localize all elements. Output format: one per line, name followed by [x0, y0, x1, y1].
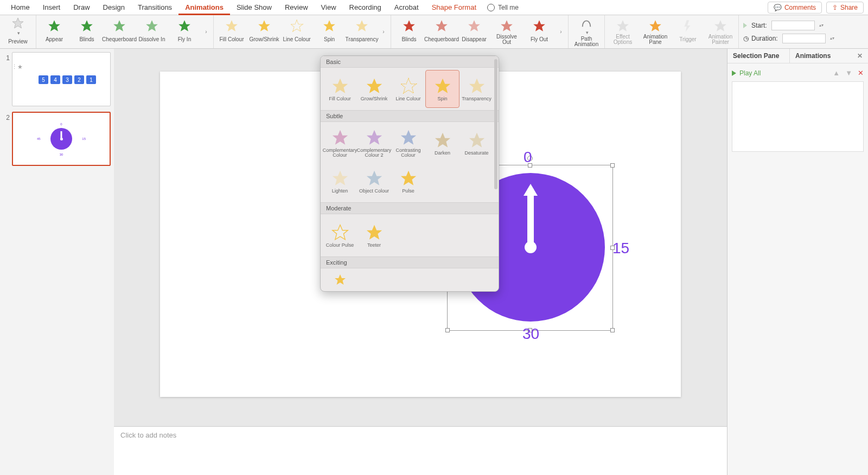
animation-painter-button[interactable]: Animation Painter: [706, 17, 735, 47]
tab-view[interactable]: View: [315, 0, 343, 15]
exit-dissolveout[interactable]: Dissolve Out: [492, 17, 521, 47]
star-icon: [80, 19, 94, 33]
play-all-button[interactable]: Play All: [739, 69, 761, 77]
move-up-button[interactable]: ▲: [833, 69, 840, 77]
gallery-item-spin[interactable]: Spin: [425, 70, 459, 108]
tab-animations[interactable]: Animations: [178, 0, 230, 15]
tell-me-search[interactable]: Tell me: [487, 4, 519, 11]
svg-marker-28: [435, 132, 450, 147]
resize-handle[interactable]: [610, 163, 615, 168]
duration-spinner[interactable]: ▴▾: [830, 37, 837, 40]
emphasis-growshrink[interactable]: Grow/Shrink: [250, 17, 279, 47]
gallery-item-darken[interactable]: Darken: [425, 124, 459, 162]
gallery-item-lighten[interactable]: Lighten: [323, 162, 357, 200]
tab-shapeformat[interactable]: Shape Format: [425, 0, 483, 15]
gallery-item-contrasting[interactable]: Contrasting Colour: [391, 124, 425, 162]
gallery-item-growshrink[interactable]: Grow/Shrink: [357, 70, 391, 108]
comments-button[interactable]: 💬 Comments: [768, 2, 822, 14]
slide-thumb-2[interactable]: 0 30 15 45: [12, 112, 111, 166]
star-icon: [290, 19, 304, 33]
svg-marker-14: [501, 20, 513, 31]
preview-button[interactable]: ▾ Preview: [3, 17, 33, 47]
effect-options-button[interactable]: Effect Options: [608, 17, 637, 47]
start-input[interactable]: [771, 21, 815, 30]
tab-acrobat[interactable]: Acrobat: [388, 0, 425, 15]
gallery-item-teeter[interactable]: Teeter: [357, 216, 391, 254]
close-pane-button[interactable]: ✕: [852, 49, 868, 63]
tab-home[interactable]: Home: [4, 0, 36, 15]
animation-list[interactable]: [732, 81, 864, 152]
thumb2-label: 45: [37, 137, 41, 140]
clock-center: [525, 241, 537, 253]
move-down-button[interactable]: ▼: [845, 69, 852, 77]
gallery-item-linecolour[interactable]: Line Colour: [391, 70, 425, 108]
path-animation-button[interactable]: ▾Path Animation: [572, 17, 601, 47]
exit-blinds[interactable]: Blinds: [394, 17, 424, 47]
start-spinner[interactable]: ▴▾: [819, 24, 826, 27]
chevron-down-icon: ▾: [586, 30, 589, 35]
svg-marker-17: [649, 20, 661, 31]
svg-marker-26: [366, 130, 381, 145]
star-icon: [365, 77, 384, 95]
animation-pane-button[interactable]: Animation Pane: [641, 17, 670, 47]
gallery-item-fillcolour[interactable]: Fill Colour: [323, 70, 357, 108]
entrance-more[interactable]: ›: [202, 29, 210, 35]
star-icon: [332, 273, 348, 286]
emphasis-transparency[interactable]: Transparency: [347, 17, 376, 47]
entrance-label: Appear: [46, 34, 63, 45]
gallery-item-exciting-1[interactable]: [323, 271, 357, 289]
share-button[interactable]: ⇪ Share: [826, 2, 864, 14]
gallery-item-compcolour2[interactable]: Complementary Colour 2: [357, 124, 391, 162]
tab-insert[interactable]: Insert: [36, 0, 67, 15]
star-icon: [177, 19, 192, 33]
gallery-item-pulse[interactable]: Pulse: [391, 162, 425, 200]
emphasis-linecolour[interactable]: Line Colour: [282, 17, 311, 47]
exit-flyout[interactable]: Fly Out: [525, 17, 554, 47]
entrance-blinds[interactable]: Blinds: [72, 17, 101, 47]
gallery-item-objectcolour[interactable]: Object Colour: [357, 162, 391, 200]
animation-indicator-icon: ⋮★: [11, 63, 23, 70]
ribbon: ▾ Preview Appear Blinds Chequerboard Dis…: [0, 15, 868, 49]
slide-thumbnails: 1 ⋮★ 5 4 3 2 1 2 0 30 15 45: [0, 49, 114, 475]
svg-marker-16: [617, 20, 629, 31]
gallery-item-desaturate[interactable]: Desaturate: [459, 124, 494, 162]
tab-recording[interactable]: Recording: [343, 0, 388, 15]
emphasis-spin[interactable]: Spin: [315, 17, 344, 47]
duration-input[interactable]: [782, 34, 826, 43]
advanced-group: ▾Path Animation: [569, 15, 605, 48]
emphasis-fillcolour[interactable]: Fill Colour: [217, 17, 246, 47]
gallery-item-colourpulse[interactable]: Colour Pulse: [323, 216, 357, 254]
tab-draw[interactable]: Draw: [67, 0, 96, 15]
entrance-flyin[interactable]: Fly In: [170, 17, 199, 47]
resize-handle[interactable]: [445, 328, 450, 332]
svg-marker-23: [435, 78, 450, 93]
tab-transitions[interactable]: Transitions: [131, 0, 178, 15]
tab-design[interactable]: Design: [97, 0, 131, 15]
exit-chequerboard[interactable]: Chequerboard: [427, 17, 456, 47]
star-icon: [322, 19, 336, 33]
gallery-item-compcolour[interactable]: Complementary Colour: [323, 124, 357, 162]
entrance-label: Chequerboard: [102, 34, 137, 45]
emphasis-more[interactable]: ›: [380, 29, 387, 35]
animations-pane-tab[interactable]: Animations: [789, 49, 852, 63]
slide-thumb-1[interactable]: ⋮★ 5 4 3 2 1: [12, 52, 111, 106]
trigger-button[interactable]: Trigger: [673, 17, 703, 47]
gallery-item-label: Line Colour: [395, 97, 420, 101]
star-icon: [402, 19, 416, 33]
gallery-item-label: Spin: [437, 97, 447, 101]
tab-slideshow[interactable]: Slide Show: [230, 0, 278, 15]
notes-pane[interactable]: Click to add notes: [114, 426, 727, 475]
path-icon: [579, 17, 593, 29]
entrance-appear[interactable]: Appear: [40, 17, 69, 47]
exit-disappear[interactable]: Disappear: [459, 17, 489, 47]
selection-pane-tab[interactable]: Selection Pane: [727, 49, 789, 63]
exit-more[interactable]: ›: [557, 29, 565, 35]
gallery-item-transparency[interactable]: Transparency: [459, 70, 494, 108]
gallery-scrollbar[interactable]: [494, 59, 497, 288]
resize-handle[interactable]: [610, 328, 615, 332]
entrance-chequerboard[interactable]: Chequerboard: [105, 17, 134, 47]
tab-review[interactable]: Review: [278, 0, 315, 15]
entrance-dissolvein[interactable]: Dissolve In: [137, 17, 167, 47]
delete-animation-button[interactable]: ✕: [858, 69, 864, 77]
trigger-label: Trigger: [679, 34, 696, 45]
